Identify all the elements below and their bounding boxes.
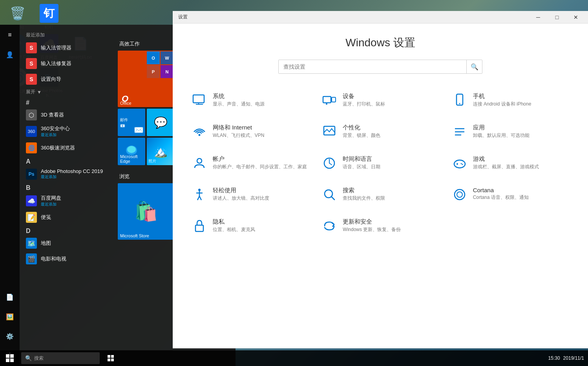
settings-search-button[interactable]: 🔍: [466, 60, 482, 74]
settings-item-cortana[interactable]: Cortana Cortana 语音、权限、通知: [449, 184, 572, 206]
svg-point-36: [457, 192, 462, 197]
svg-point-35: [455, 189, 465, 200]
update-title: 更新和安全: [343, 218, 401, 226]
app-3d-viewer[interactable]: ⬡ 3D 查看器: [20, 107, 114, 123]
svg-rect-45: [111, 359, 114, 361]
devices-icon: [321, 93, 337, 108]
settings-item-system[interactable]: 系统 显示、声音、通知、电源: [188, 89, 312, 111]
tile-photos[interactable]: 🏔️ 照片: [147, 138, 174, 165]
settings-search-input[interactable]: [279, 60, 466, 73]
app-notes[interactable]: 📝 便笺: [20, 209, 114, 225]
svg-line-22: [329, 163, 332, 165]
settings-item-phone[interactable]: 手机 连接 Android 设备和 iPhone: [449, 89, 572, 111]
accounts-icon: [192, 155, 207, 171]
gaming-title: 游戏: [473, 155, 539, 163]
settings-item-devices[interactable]: 设备 蓝牙、打印机、鼠标: [318, 89, 442, 111]
app-baidu-pan[interactable]: ☁️ 百度网盘 最近添加: [20, 192, 114, 209]
svg-rect-6: [193, 95, 204, 103]
update-icon: [321, 218, 337, 234]
network-title: 网络和 Internet: [213, 124, 264, 131]
maximize-button[interactable]: □: [548, 11, 566, 24]
cortana-desc: Cortana 语音、权限、通知: [473, 194, 529, 201]
app-list: 最近添加 S 输入法管理器 S 输入法修复器 S 设置向导 展开 ▼ # ⬡ 3: [20, 25, 114, 366]
app-settings-guide[interactable]: S 设置向导: [20, 71, 114, 87]
user-icon[interactable]: 👤: [3, 47, 17, 62]
settings-item-network[interactable]: 网络和 Internet WLAN、飞行模式、VPN: [188, 121, 312, 143]
settings-item-privacy[interactable]: 隐私 位置、相机、麦克风: [188, 215, 312, 237]
taskbar-search[interactable]: 🔍 搜索: [21, 352, 100, 364]
svg-point-14: [199, 134, 201, 136]
settings-item-personalization[interactable]: 个性化 背景、锁屏、颜色: [318, 121, 442, 143]
search-settings-icon: [321, 187, 337, 202]
gaming-desc: 游戏栏、截屏、直播、游戏模式: [473, 164, 539, 170]
svg-point-5: [127, 146, 136, 153]
settings-item-apps[interactable]: 应用 卸载、默认应用、可选功能: [449, 121, 572, 143]
svg-point-28: [198, 189, 201, 191]
tile-edge[interactable]: Microsoft Edge: [118, 138, 145, 165]
settings-item-gaming[interactable]: 游戏 游戏栏、截屏、直播、游戏模式: [449, 152, 572, 174]
tile-store-label: Microsoft Store: [120, 233, 149, 238]
personalization-title: 个性化: [343, 124, 380, 131]
expand-button[interactable]: 展开 ▼: [20, 87, 114, 97]
app-ime-mgr[interactable]: S 输入法管理器: [20, 40, 114, 56]
svg-point-27: [462, 164, 463, 165]
category-d: D: [20, 225, 114, 235]
category-a: A: [20, 156, 114, 166]
tile-skype[interactable]: 💬: [147, 109, 174, 136]
settings-item-accounts[interactable]: 帐户 你的帐户、电子邮件、同步设置、工作、家庭: [188, 152, 312, 174]
devices-title: 设备: [343, 93, 385, 100]
gaming-icon: [452, 155, 467, 171]
time-desc: 语音、区域、日期: [343, 164, 380, 170]
system-title: 系统: [213, 93, 265, 100]
search-desc: 查找我的文件、权限: [343, 195, 385, 202]
tile-office[interactable]: O W P N O Office: [118, 51, 174, 107]
settings-item-ease[interactable]: 轻松使用 讲述人、放大镜、高对比度: [188, 184, 312, 206]
apps-desc: 卸载、默认应用、可选功能: [473, 132, 530, 139]
tile-edge-label: Microsoft Edge: [120, 154, 145, 164]
accounts-title: 帐户: [213, 155, 307, 163]
documents-icon[interactable]: 📄: [3, 290, 17, 304]
taskview-icon[interactable]: [103, 350, 119, 366]
start-button[interactable]: [0, 350, 20, 366]
personalization-desc: 背景、锁屏、颜色: [343, 132, 380, 139]
settings-item-search[interactable]: 搜索 查找我的文件、权限: [318, 184, 442, 206]
minimize-button[interactable]: ─: [529, 11, 547, 24]
settings-item-update[interactable]: 更新和安全 Windows 更新、恢复、备份: [318, 215, 442, 237]
svg-point-19: [197, 158, 202, 163]
close-button[interactable]: ✕: [567, 11, 585, 24]
settings-icon[interactable]: ⚙️: [3, 329, 17, 343]
ease-title: 轻松使用: [213, 187, 269, 194]
tile-store[interactable]: 🛍️ Microsoft Store: [118, 183, 174, 240]
svg-rect-9: [323, 97, 331, 103]
recent-section-label: 最近添加: [20, 29, 114, 40]
svg-point-13: [459, 103, 460, 104]
svg-point-26: [460, 163, 462, 164]
taskbar-date: 2019/11/1: [563, 355, 584, 361]
network-desc: WLAN、飞行模式、VPN: [213, 132, 264, 139]
privacy-title: 隐私: [213, 218, 255, 226]
tile-email[interactable]: 邮件 📧 ✉️: [118, 109, 145, 136]
category-hash: #: [20, 97, 114, 107]
ease-icon: [192, 187, 207, 202]
ease-desc: 讲述人、放大镜、高对比度: [213, 195, 269, 202]
personalization-icon: [321, 124, 337, 140]
app-360-safe[interactable]: 360 360安全中心 最近添加: [20, 123, 114, 140]
privacy-desc: 位置、相机、麦克风: [213, 226, 255, 233]
category-b: B: [20, 182, 114, 192]
svg-rect-43: [111, 355, 114, 358]
app-360-fast[interactable]: 🌀 360极速浏览器: [20, 140, 114, 156]
app-ps[interactable]: Ps Adobe Photoshop CC 2019 最近添加: [20, 166, 114, 182]
photos-icon[interactable]: 🖼️: [3, 310, 17, 324]
app-map[interactable]: 🗺️ 地图: [20, 235, 114, 251]
taskbar-search-label: 搜索: [34, 355, 44, 362]
settings-main-title: Windows 设置: [188, 35, 572, 50]
hamburger-icon[interactable]: ≡: [3, 28, 17, 42]
titlebar-controls: ─ □ ✕: [529, 11, 585, 24]
accounts-desc: 你的帐户、电子邮件、同步设置、工作、家庭: [213, 164, 307, 170]
app-movies[interactable]: 🎬 电影和电视: [20, 251, 114, 267]
settings-item-time[interactable]: 时间和语言 语音、区域、日期: [318, 152, 442, 174]
svg-rect-38: [6, 354, 9, 358]
app-ime-fix[interactable]: S 输入法修复器: [20, 56, 114, 71]
taskbar-icons: [103, 350, 119, 366]
taskbar: 🔍 搜索 15:30 2019/11/1: [0, 350, 588, 366]
